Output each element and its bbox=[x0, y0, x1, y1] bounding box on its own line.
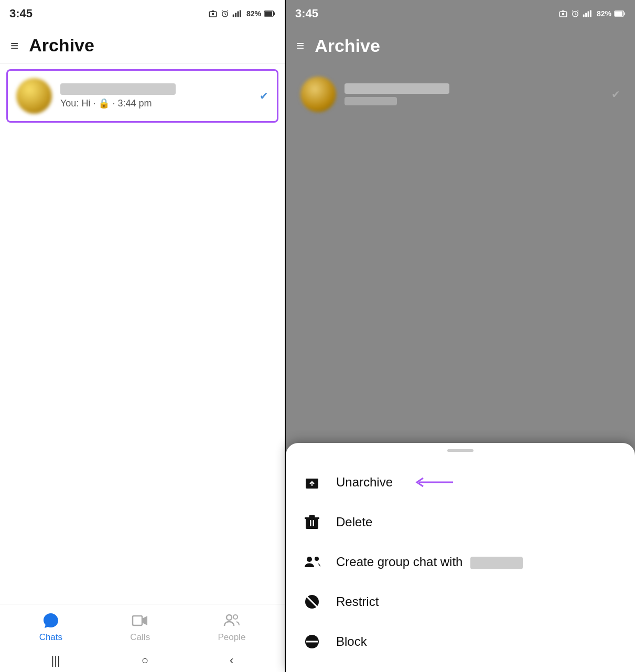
svg-rect-9 bbox=[274, 12, 275, 15]
restrict-svg bbox=[304, 594, 320, 610]
group-name-blur bbox=[470, 557, 523, 569]
svg-point-31 bbox=[315, 557, 319, 561]
right-alarm-icon bbox=[571, 9, 580, 18]
right-page-title: Archive bbox=[315, 36, 380, 56]
left-chat-meta: ✔ bbox=[260, 90, 268, 102]
left-menu-icon[interactable]: ≡ bbox=[10, 39, 18, 52]
bottom-sheet: Unarchive Delete bbox=[286, 443, 635, 672]
sheet-unarchive-label: Unarchive bbox=[336, 475, 393, 490]
svg-rect-6 bbox=[240, 10, 241, 17]
right-header: ≡ Archive bbox=[286, 27, 635, 64]
right-chat-preview-blur bbox=[345, 97, 397, 105]
right-status-bar: 3:45 82% bbox=[286, 0, 635, 27]
svg-rect-17 bbox=[585, 13, 587, 17]
svg-point-12 bbox=[233, 615, 238, 619]
nav-people-label: People bbox=[218, 632, 245, 643]
svg-rect-29 bbox=[313, 520, 315, 526]
unarchive-svg bbox=[304, 474, 320, 490]
left-status-icons: 82% bbox=[208, 9, 275, 18]
right-signal-icon bbox=[583, 9, 594, 18]
right-avatar bbox=[300, 77, 336, 112]
left-time: 3:45 bbox=[9, 7, 33, 20]
arrow-icon bbox=[414, 475, 456, 490]
chats-icon bbox=[41, 611, 60, 630]
left-chat-name bbox=[60, 83, 176, 95]
unarchive-icon bbox=[303, 473, 321, 492]
right-camera-icon bbox=[558, 9, 568, 18]
left-spacer bbox=[0, 128, 285, 604]
sheet-block-label: Block bbox=[336, 634, 367, 649]
left-chat-info: You: Hi · 🔒 · 3:44 pm bbox=[60, 83, 251, 109]
sheet-item-create-group[interactable]: Create group chat with bbox=[286, 542, 635, 582]
left-sys-back[interactable]: ‹ bbox=[230, 654, 233, 667]
svg-rect-18 bbox=[588, 12, 589, 17]
camera-icon bbox=[208, 9, 218, 18]
left-status-bar: 3:45 82% bbox=[0, 0, 285, 27]
svg-rect-10 bbox=[133, 616, 142, 625]
sheet-item-restrict[interactable]: Restrict bbox=[286, 582, 635, 622]
sheet-handle bbox=[447, 449, 473, 452]
right-chat-info bbox=[345, 83, 449, 105]
svg-point-14 bbox=[562, 13, 565, 16]
nav-calls-label: Calls bbox=[130, 632, 150, 643]
right-check-meta: ✔ bbox=[611, 88, 620, 101]
left-page-title: Archive bbox=[29, 35, 94, 56]
right-check-icon: ✔ bbox=[611, 89, 620, 100]
svg-point-11 bbox=[227, 615, 232, 620]
battery-icon bbox=[264, 10, 275, 17]
sheet-item-delete[interactable]: Delete bbox=[286, 502, 635, 542]
svg-rect-3 bbox=[233, 14, 234, 17]
group-icon bbox=[303, 552, 321, 571]
svg-rect-22 bbox=[624, 12, 625, 15]
left-sys-menu[interactable]: ||| bbox=[51, 654, 60, 667]
block-svg bbox=[304, 634, 320, 649]
right-menu-icon[interactable]: ≡ bbox=[296, 39, 304, 52]
left-avatar bbox=[16, 78, 52, 114]
right-time: 3:45 bbox=[295, 7, 318, 20]
block-icon bbox=[303, 632, 321, 651]
sheet-delete-label: Delete bbox=[336, 515, 372, 529]
sheet-item-unarchive[interactable]: Unarchive bbox=[286, 462, 635, 502]
left-nav-system: ||| ○ ‹ bbox=[0, 649, 285, 672]
nav-chats[interactable]: Chats bbox=[39, 611, 62, 643]
left-battery: 82% bbox=[246, 9, 261, 18]
left-nav-items: Chats Calls People bbox=[0, 604, 285, 649]
nav-people[interactable]: People bbox=[218, 611, 245, 643]
sheet-create-group-label: Create group chat with bbox=[336, 555, 523, 569]
right-battery-text: 82% bbox=[597, 9, 611, 18]
delete-icon bbox=[303, 513, 321, 532]
svg-rect-28 bbox=[310, 520, 311, 526]
calls-icon bbox=[131, 611, 149, 630]
people-icon bbox=[222, 611, 241, 630]
svg-rect-19 bbox=[590, 10, 591, 17]
right-battery-icon bbox=[614, 10, 626, 17]
left-panel: 3:45 82% ≡ Archive You: Hi · 🔒 · 3:44 pm… bbox=[0, 0, 286, 672]
left-sys-home[interactable]: ○ bbox=[142, 654, 148, 667]
svg-rect-5 bbox=[238, 12, 239, 17]
restrict-icon bbox=[303, 592, 321, 611]
left-header: ≡ Archive bbox=[0, 27, 285, 64]
sheet-item-block[interactable]: Block bbox=[286, 622, 635, 662]
right-chat-name-blur bbox=[345, 83, 449, 94]
left-check-icon: ✔ bbox=[260, 90, 268, 102]
svg-rect-4 bbox=[235, 13, 236, 17]
svg-point-30 bbox=[307, 557, 312, 562]
svg-point-1 bbox=[212, 13, 214, 16]
svg-rect-8 bbox=[265, 12, 272, 16]
right-status-icons: 82% bbox=[558, 9, 626, 18]
right-archive-chat-item: ✔ bbox=[292, 69, 629, 120]
svg-rect-21 bbox=[615, 12, 622, 16]
alarm-icon bbox=[220, 9, 230, 18]
svg-rect-25 bbox=[306, 518, 318, 529]
group-svg bbox=[303, 555, 321, 569]
sheet-restrict-label: Restrict bbox=[336, 594, 379, 609]
left-chat-preview: You: Hi · 🔒 · 3:44 pm bbox=[60, 97, 251, 109]
svg-rect-27 bbox=[305, 517, 319, 519]
svg-rect-16 bbox=[583, 14, 585, 17]
nav-chats-label: Chats bbox=[39, 632, 62, 643]
left-bottom-nav: Chats Calls People ||| ○ bbox=[0, 604, 285, 672]
archive-chat-item[interactable]: You: Hi · 🔒 · 3:44 pm ✔ bbox=[6, 69, 278, 123]
delete-svg bbox=[305, 514, 319, 530]
right-panel: 3:45 82% ≡ Archive ✔ bbox=[286, 0, 635, 672]
nav-calls[interactable]: Calls bbox=[130, 611, 150, 643]
